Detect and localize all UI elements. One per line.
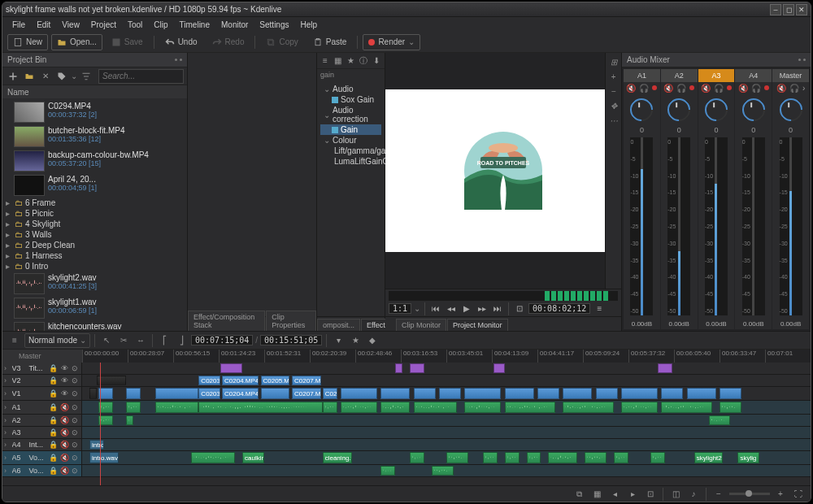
grid-overlay-icon[interactable]: ⊞	[608, 56, 620, 67]
render-button[interactable]: Render⌄	[363, 34, 420, 50]
show-audio-icon[interactable]: ♪	[686, 487, 701, 502]
menu-timeline[interactable]: Timeline	[175, 19, 215, 31]
menu-monitor[interactable]: Monitor	[216, 19, 253, 31]
ruler-tick[interactable]: 00:05:09:24	[583, 350, 628, 363]
bin-audio[interactable]: kitchencounters.wav00:00:23:07 [1]	[2, 320, 187, 331]
timeline-clip[interactable]	[126, 402, 141, 413]
ruler-tick[interactable]: 00:00:28:07	[128, 350, 173, 363]
timeline-clip[interactable]	[439, 388, 461, 399]
ruler-tick[interactable]: 00:00:56:15	[173, 350, 219, 363]
play-icon[interactable]: ▶	[460, 302, 473, 315]
menu-clip[interactable]: Clip	[149, 19, 172, 31]
lock-icon[interactable]: 🔒	[49, 466, 58, 476]
tool-razor-icon[interactable]: ✂	[116, 333, 131, 348]
timeline-clip[interactable]	[483, 452, 498, 463]
timeline-clip[interactable]: C0207.MP4	[292, 376, 321, 385]
monitor-scrubber[interactable]	[389, 291, 618, 301]
fav-icon[interactable]: ★	[346, 54, 356, 68]
target-icon[interactable]: ⊙	[71, 376, 80, 385]
timeline-clip[interactable]	[380, 466, 395, 476]
timeline-clip[interactable]	[89, 388, 97, 399]
timeline-clip[interactable]	[446, 452, 468, 463]
snap-icon[interactable]: ⧉	[572, 487, 586, 502]
timeline-clip[interactable]	[658, 363, 672, 373]
ruler-tick[interactable]: 00:06:33:47	[720, 350, 765, 363]
close-button[interactable]: ✕	[796, 4, 807, 15]
open-button[interactable]: Open...	[51, 34, 102, 50]
mixer-channel[interactable]: A4 🔇🎧 0 0-5-10-15-20-25-30-35-40-45-50 0…	[735, 69, 772, 329]
mute-icon[interactable]: 🔇	[776, 84, 786, 93]
mute-icon[interactable]: 🔇	[59, 466, 68, 476]
effect-item[interactable]: LumaLiftGainGan	[320, 156, 381, 167]
timeline-clip[interactable]	[198, 402, 322, 413]
new-button[interactable]: New	[7, 34, 48, 50]
track-body[interactable]	[82, 401, 811, 414]
bin-clip[interactable]: April 24, 20...00:00:04;59 [1]	[2, 173, 187, 198]
track-body[interactable]	[82, 465, 811, 476]
timeline-clip[interactable]	[537, 388, 559, 399]
prev-frame-icon[interactable]: ◂◂	[445, 302, 458, 315]
timeline-clip[interactable]	[464, 402, 501, 413]
menu-settings[interactable]: Settings	[254, 19, 293, 31]
timeline-clip[interactable]	[410, 363, 424, 373]
tool-spacer-icon[interactable]: ↔	[133, 333, 148, 348]
timeline-clip[interactable]	[687, 388, 716, 399]
forward-icon[interactable]: ⏭	[491, 302, 504, 315]
level-meter[interactable]: 0-5-10-15-20-25-30-35-40-45-50	[742, 137, 765, 315]
fullscreen-icon[interactable]: ⛶	[791, 487, 806, 502]
bin-folder[interactable]: ▸🗀6 Frame	[2, 198, 187, 208]
mute-icon[interactable]: 🔇	[59, 415, 68, 425]
ruler-tick[interactable]: 00:02:20:39	[310, 350, 355, 363]
menu-tool[interactable]: Tool	[123, 19, 147, 31]
track-header[interactable]: ›A5Vo... 🔒 🔇 ⊙	[2, 451, 82, 464]
bin-search[interactable]	[98, 69, 184, 84]
marker-icon[interactable]: ▾	[331, 333, 346, 348]
mute-icon[interactable]: 🔇	[738, 84, 748, 93]
menu-view[interactable]: View	[57, 19, 85, 31]
track-header[interactable]: ›A4Int... 🔒 🔇 ⊙	[2, 439, 82, 450]
monitor-viewport[interactable]: ROAD TO PITCHES ⊞ + − ✥ ⋯	[385, 53, 621, 289]
timeline-clip[interactable]: C0203	[198, 388, 220, 399]
zoom-in-icon[interactable]: +	[608, 71, 620, 82]
menu-edit[interactable]: Edit	[32, 19, 55, 31]
timeline-clip[interactable]	[505, 452, 520, 463]
pan-knob[interactable]	[700, 93, 733, 126]
mixer-channel[interactable]: A3 🔇🎧 0 0-5-10-15-20-25-30-35-40-45-50 0…	[698, 69, 735, 329]
timeline-clip[interactable]	[380, 402, 410, 413]
tab-clip-properties[interactable]: Clip Properties	[266, 311, 316, 331]
timeline-clip[interactable]	[432, 466, 454, 476]
rewind-icon[interactable]: ⏮	[429, 302, 442, 315]
effect-category[interactable]: ⌄Audio	[320, 84, 381, 94]
solo-icon[interactable]: 🎧	[639, 84, 649, 93]
timeline-clip[interactable]	[596, 388, 618, 399]
rec-icon[interactable]	[764, 85, 769, 90]
effect-item-selected[interactable]: Gain	[320, 124, 381, 135]
move-icon[interactable]: ✥	[608, 100, 620, 111]
timeline-clip[interactable]	[563, 388, 592, 399]
channel-label[interactable]: A2	[661, 69, 698, 82]
next-frame-icon[interactable]: ▸▸	[476, 302, 489, 315]
eye-icon[interactable]: 👁	[59, 363, 68, 373]
timeline-clip[interactable]: cleaning.wav	[323, 452, 352, 463]
bin-column-header[interactable]: Name	[2, 85, 187, 98]
track-body[interactable]: intro.	[82, 439, 811, 450]
timeline-clip[interactable]	[527, 452, 541, 463]
filter-icon[interactable]	[79, 69, 93, 84]
timeline-clip[interactable]: C0207.MP4	[292, 388, 321, 399]
timeline-clip[interactable]: skylig	[737, 452, 759, 463]
mute-icon[interactable]: 🔇	[626, 84, 636, 93]
track-body[interactable]: C0203C0204.MP4C0207.MP4C0208	[82, 387, 811, 400]
timeline-clip[interactable]	[191, 452, 235, 463]
ruler-tick[interactable]: 00:03:45:01	[446, 350, 492, 363]
timeline-clip[interactable]	[323, 402, 337, 413]
bin-folder[interactable]: ▸🗀0 Intro	[2, 261, 187, 272]
grid-icon[interactable]: ▦	[333, 54, 343, 68]
lock-icon[interactable]: 🔒	[49, 363, 58, 373]
guide-icon[interactable]: ◆	[365, 333, 380, 348]
timeline-clip[interactable]	[341, 402, 377, 413]
level-meter[interactable]: 0-5-10-15-20-25-30-35-40-45-50	[780, 137, 802, 315]
timeline-clip[interactable]	[563, 402, 614, 413]
timeline-clip[interactable]	[720, 402, 741, 413]
channel-label[interactable]: Master	[772, 69, 809, 82]
timeline-clip[interactable]: skylight2.w	[694, 452, 724, 463]
